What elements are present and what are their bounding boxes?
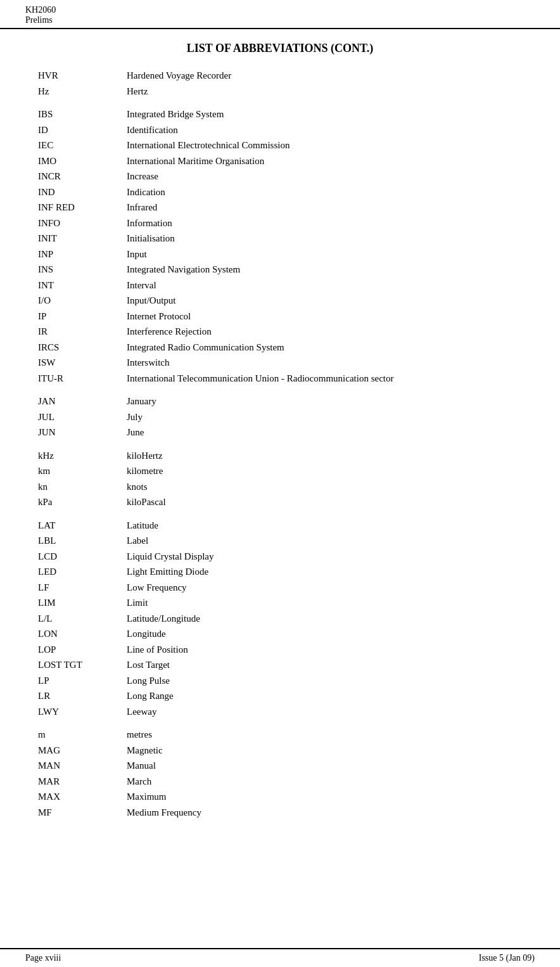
group-spacer: [38, 510, 522, 518]
abbrev-code: INCR: [38, 169, 127, 184]
abbrev-definition: Limit: [127, 596, 522, 610]
abbrev-definition: kiloHertz: [127, 449, 522, 463]
footer-page: Page xviii: [25, 953, 61, 963]
abbrev-definition: Magnetic: [127, 743, 522, 758]
header-left: KH2060 Prelims: [25, 5, 56, 25]
abbrev-code: L/L: [38, 612, 127, 626]
abbrev-code: MAG: [38, 743, 127, 758]
list-item: LFLow Frequency: [38, 580, 522, 596]
abbrev-definition: Interference Rejection: [127, 324, 522, 339]
list-item: INCRIncrease: [38, 169, 522, 184]
list-item: INSIntegrated Navigation System: [38, 262, 522, 278]
abbrev-definition: Integrated Bridge System: [127, 107, 522, 122]
abbrev-definition: Hertz: [127, 84, 522, 99]
abbrev-definition: Longitude: [127, 627, 522, 641]
abbrev-code: ISW: [38, 355, 127, 370]
page-header: KH2060 Prelims: [0, 0, 560, 29]
list-item: MFMedium Frequency: [38, 805, 522, 821]
abbrev-definition: International Electrotechnical Commissio…: [127, 138, 522, 153]
list-item: IBSIntegrated Bridge System: [38, 106, 522, 122]
abbrev-definition: Integrated Radio Communication System: [127, 340, 522, 355]
abbrev-definition: Low Frequency: [127, 580, 522, 595]
list-item: ITU-RInternational Telecommunication Uni…: [38, 371, 522, 387]
list-item: JULJuly: [38, 409, 522, 425]
list-item: MAGMagnetic: [38, 743, 522, 759]
list-item: JUNJune: [38, 425, 522, 440]
list-item: LWYLeeway: [38, 704, 522, 720]
list-item: LOPLine of Position: [38, 642, 522, 658]
abbrev-definition: Indication: [127, 185, 522, 200]
list-item: LCDLiquid Crystal Display: [38, 549, 522, 565]
abbrev-code: INT: [38, 278, 127, 293]
abbrev-code: INP: [38, 247, 127, 262]
list-item: LBLLabel: [38, 533, 522, 549]
abbrev-definition: Long Pulse: [127, 674, 522, 688]
abbrev-code: LWY: [38, 705, 127, 719]
list-item: kHzkiloHertz: [38, 448, 522, 464]
abbrev-code: JUN: [38, 425, 127, 440]
abbrev-code: IR: [38, 324, 127, 339]
list-item: INDIndication: [38, 184, 522, 200]
abbrev-code: HVR: [38, 68, 127, 83]
abbrev-code: LON: [38, 627, 127, 641]
list-item: IDIdentification: [38, 122, 522, 138]
list-item: LIMLimit: [38, 595, 522, 611]
list-item: IMOInternational Maritime Organisation: [38, 153, 522, 169]
list-item: LEDLight Emitting Diode: [38, 564, 522, 580]
abbrev-code: INS: [38, 262, 127, 277]
list-item: INFOInformation: [38, 215, 522, 231]
abbrev-definition: International Telecommunication Union - …: [127, 371, 522, 386]
abbrev-definition: Identification: [127, 123, 522, 138]
main-content: LIST OF ABBREVIATIONS (CONT.) HVRHardene…: [0, 29, 560, 948]
abbrev-definition: Interval: [127, 278, 522, 293]
abbrev-code: MF: [38, 805, 127, 820]
group-spacer: [38, 440, 522, 448]
abbrev-definition: July: [127, 410, 522, 425]
list-item: I/OInput/Output: [38, 293, 522, 309]
abbrev-code: Hz: [38, 84, 127, 99]
list-item: IECInternational Electrotechnical Commis…: [38, 138, 522, 153]
abbrev-definition: kiloPascal: [127, 495, 522, 509]
list-item: L/LLatitude/Longitude: [38, 611, 522, 627]
abbrev-code: kPa: [38, 495, 127, 509]
group-spacer: [38, 99, 522, 106]
abbrev-code: JUL: [38, 410, 127, 425]
abbrev-definition: knots: [127, 480, 522, 494]
list-item: MANManual: [38, 758, 522, 774]
abbrev-code: IBS: [38, 107, 127, 122]
list-item: HzHertz: [38, 84, 522, 99]
list-item: MAXMaximum: [38, 789, 522, 805]
list-item: kmkilometre: [38, 463, 522, 479]
abbrev-definition: kilometre: [127, 464, 522, 478]
abbrev-definition: Manual: [127, 759, 522, 773]
list-item: ISWInterswitch: [38, 355, 522, 371]
abbrev-code: INFO: [38, 216, 127, 231]
list-item: INPInput: [38, 247, 522, 262]
abbrev-definition: Latitude/Longitude: [127, 612, 522, 626]
abbrev-definition: Lost Target: [127, 658, 522, 672]
abbrev-definition: Information: [127, 216, 522, 231]
list-item: IRInterference Rejection: [38, 324, 522, 340]
list-item: JANJanuary: [38, 394, 522, 409]
list-item: INTInterval: [38, 278, 522, 293]
abbrev-code: JAN: [38, 394, 127, 409]
abbrev-code: MAX: [38, 790, 127, 804]
abbrev-code: LF: [38, 580, 127, 595]
list-item: INITInitialisation: [38, 231, 522, 247]
page-footer: Page xviii Issue 5 (Jan 09): [0, 948, 560, 967]
abbrev-code: LOP: [38, 643, 127, 657]
doc-id: KH2060: [25, 5, 56, 15]
list-item: LRLong Range: [38, 688, 522, 704]
abbrev-definition: January: [127, 394, 522, 409]
abbrev-code: LR: [38, 689, 127, 703]
abbrev-definition: International Maritime Organisation: [127, 154, 522, 169]
abbrev-definition: Maximum: [127, 790, 522, 804]
abbrev-definition: Integrated Navigation System: [127, 262, 522, 277]
abbrev-code: m: [38, 727, 127, 742]
abbrev-code: INIT: [38, 231, 127, 246]
abbrev-code: LOST TGT: [38, 658, 127, 672]
doc-section: Prelims: [25, 15, 56, 25]
list-item: kPakiloPascal: [38, 494, 522, 510]
abbrev-code: IEC: [38, 138, 127, 153]
abbrev-definition: June: [127, 425, 522, 440]
